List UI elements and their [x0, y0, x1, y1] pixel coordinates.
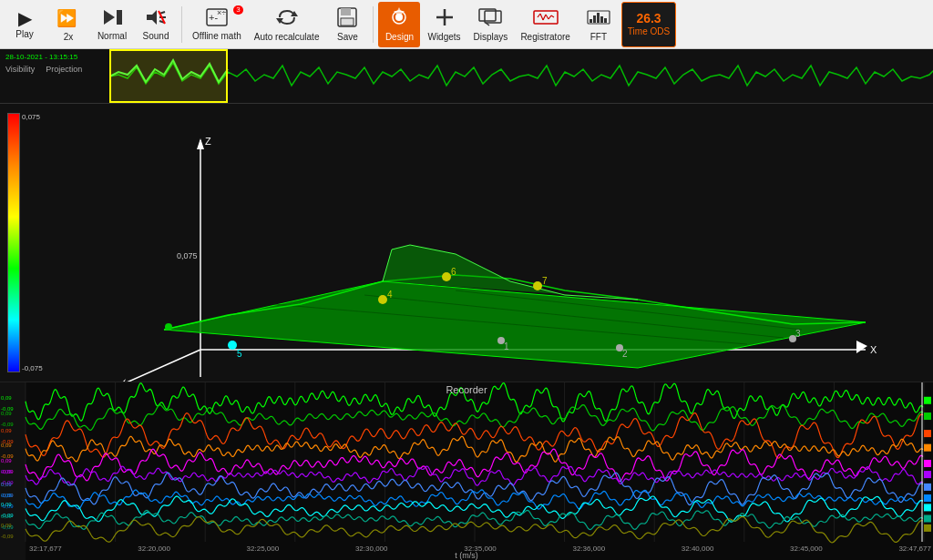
- offline-math-badge: 3: [233, 5, 242, 15]
- svg-marker-47: [856, 341, 867, 353]
- time-label-8: 32:47,677: [898, 545, 931, 553]
- svg-text:6: 6: [451, 267, 456, 277]
- offline-math-label: Offline math: [192, 31, 241, 41]
- waveform-labels: Visibility Projection: [5, 65, 104, 74]
- svg-text:2: 2: [622, 349, 628, 359]
- sound-icon: [145, 8, 167, 29]
- svg-point-20: [396, 15, 402, 20]
- save-label: Save: [337, 32, 358, 42]
- svg-rect-35: [593, 15, 596, 23]
- svg-marker-1: [104, 10, 115, 25]
- svg-point-56: [378, 295, 387, 304]
- svg-line-31: [549, 15, 551, 19]
- svg-text:5: 5: [237, 349, 242, 359]
- design-label: Design: [385, 32, 414, 42]
- play-button[interactable]: ▶ Play: [4, 2, 46, 47]
- recorder-canvas[interactable]: [0, 382, 933, 560]
- svg-marker-48: [116, 379, 126, 382]
- fft-button[interactable]: FFT: [578, 2, 620, 47]
- svg-rect-17: [342, 19, 353, 25]
- svg-marker-46: [197, 138, 204, 149]
- time-label-6: 32:40,000: [682, 545, 714, 553]
- recorder-panel: Recorder 32:17,677 32:20,000 32:25,000 3…: [0, 382, 933, 560]
- svg-rect-2: [117, 10, 120, 25]
- time-label-5: 32:36,000: [572, 545, 605, 553]
- time-ods-button[interactable]: 26.3 Time ODS: [621, 2, 676, 47]
- separator-1: [181, 6, 182, 43]
- svg-point-54: [228, 341, 237, 350]
- projection-label: Projection: [46, 65, 82, 74]
- registratore-button[interactable]: Registratore: [515, 2, 575, 47]
- time-ods-label: Time ODS: [628, 26, 670, 36]
- waveform-canvas[interactable]: [109, 49, 933, 103]
- design-button[interactable]: Design: [378, 2, 420, 47]
- time-label-3: 32:30,000: [355, 545, 388, 553]
- toolbar: ▶ Play ⏩ 2x Normal So: [0, 0, 933, 49]
- offline-math-button[interactable]: +- ×÷ 3 Offline math: [187, 2, 247, 47]
- svg-marker-4: [147, 10, 157, 25]
- 2x-label: 2x: [64, 32, 74, 42]
- svg-line-28: [540, 14, 543, 20]
- svg-rect-15: [341, 8, 351, 15]
- normal-label: Normal: [97, 31, 127, 41]
- waveform-svg: [109, 49, 933, 103]
- svg-rect-38: [604, 18, 607, 23]
- widgets-button[interactable]: Widgets: [422, 2, 466, 47]
- svg-line-30: [546, 15, 549, 19]
- play-label: Play: [15, 29, 33, 39]
- separator-2: [373, 6, 374, 43]
- auto-recalculate-icon: [276, 7, 298, 30]
- sound-label: Sound: [143, 31, 169, 41]
- svg-rect-3: [120, 10, 122, 25]
- svg-text:1: 1: [504, 341, 509, 351]
- svg-line-27: [538, 14, 540, 17]
- save-button[interactable]: Save: [326, 2, 368, 47]
- svg-point-60: [533, 281, 542, 290]
- svg-text:7: 7: [542, 276, 548, 286]
- svg-rect-26: [534, 11, 558, 24]
- normal-button[interactable]: Normal: [91, 2, 133, 47]
- main-area: 28-10-2021 - 13:15:15 Visibility Project…: [0, 49, 933, 560]
- fft-icon: [587, 7, 610, 30]
- auto-recalculate-label: Auto recalculate: [254, 32, 320, 42]
- 2x-icon: ⏩: [56, 7, 80, 30]
- time-label-1: 32:20,000: [138, 545, 170, 553]
- waveform-selection: [109, 49, 228, 103]
- registratore-label: Registratore: [520, 32, 569, 42]
- offline-math-icon: +- ×÷: [206, 8, 228, 29]
- 3d-scene-svg: Z X Y 5: [0, 104, 933, 382]
- 2x-button[interactable]: ⏩ 2x: [47, 2, 89, 47]
- time-label-0: 32:17,677: [29, 545, 62, 553]
- waveform-area: 28-10-2021 - 13:15:15 Visibility Project…: [0, 49, 933, 104]
- svg-text:3: 3: [795, 329, 801, 339]
- time-ods-icon: 26.3: [636, 12, 661, 25]
- time-label-7: 32:45,000: [790, 545, 823, 553]
- design-icon: [388, 7, 410, 30]
- svg-line-29: [543, 15, 546, 20]
- svg-text:X: X: [870, 344, 877, 355]
- save-icon: [337, 7, 357, 30]
- svg-rect-34: [590, 19, 592, 23]
- normal-icon: [102, 8, 122, 29]
- time-axis-unit: t (m/s): [455, 551, 478, 560]
- svg-text:4: 4: [387, 290, 393, 300]
- widgets-icon: [435, 7, 455, 30]
- svg-point-58: [442, 272, 451, 281]
- play-icon: ▶: [18, 9, 32, 27]
- sound-button[interactable]: Sound: [135, 2, 177, 47]
- 3d-view[interactable]: 0,075 -0,075 Z X Y: [0, 104, 933, 382]
- recorder-title: Recorder: [446, 384, 487, 395]
- svg-text:0,075: 0,075: [177, 251, 198, 260]
- displays-icon: [478, 7, 502, 30]
- svg-line-44: [118, 350, 200, 382]
- svg-text:×÷: ×÷: [217, 8, 226, 17]
- displays-button[interactable]: Displays: [468, 2, 514, 47]
- visibility-label: Visibility: [5, 65, 35, 74]
- time-axis: 32:17,677 32:20,000 32:25,000 32:30,000 …: [27, 545, 933, 553]
- fft-label: FFT: [590, 32, 607, 42]
- svg-line-32: [551, 15, 554, 17]
- auto-recalculate-button[interactable]: Auto recalculate: [249, 2, 325, 47]
- svg-rect-37: [600, 16, 603, 23]
- registratore-icon: [533, 7, 559, 30]
- time-label-2: 32:25,000: [247, 545, 280, 553]
